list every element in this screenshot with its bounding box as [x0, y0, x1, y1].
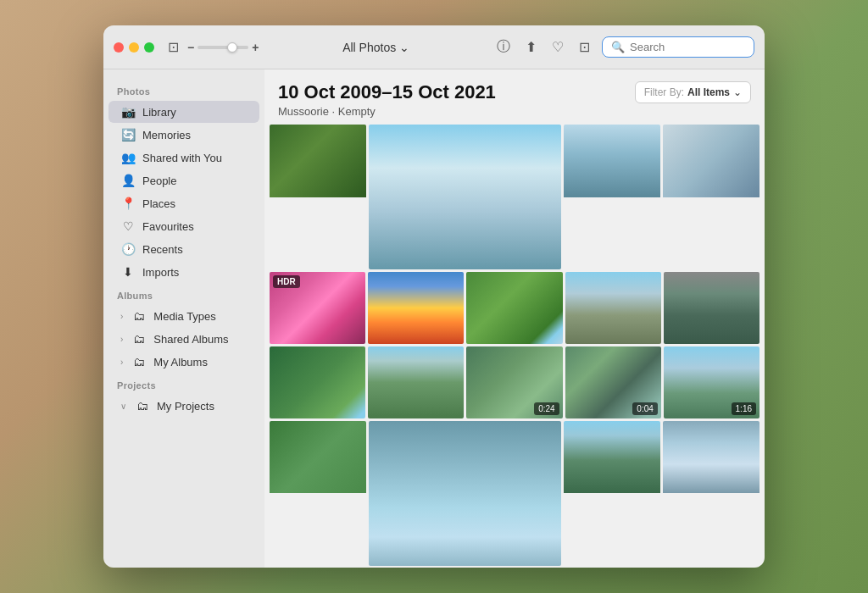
photo-cell-1[interactable]	[270, 125, 366, 269]
people-label: People	[142, 175, 176, 187]
photo-cell-15[interactable]	[270, 421, 366, 566]
search-input[interactable]	[630, 41, 745, 53]
places-label: Places	[142, 197, 175, 210]
share-button[interactable]: ⬆	[522, 36, 540, 58]
traffic-lights	[114, 42, 154, 53]
zoom-control: − +	[187, 41, 259, 54]
photo-main-area: 10 Oct 2009–15 Oct 2021 Mussoorie · Kemp…	[264, 69, 765, 568]
sidebar-section-photos: Photos	[103, 80, 264, 100]
imports-icon: ⬇	[120, 265, 136, 279]
all-photos-dropdown[interactable]: All Photos ⌄	[336, 37, 416, 58]
memories-label: Memories	[142, 129, 191, 141]
expand-arrow-media-types: ›	[120, 312, 123, 321]
sidebar-item-places[interactable]: 📍 Places	[108, 192, 259, 214]
photo-row-3: 0:24 0:04 1:16	[270, 346, 760, 418]
filter-chevron-icon: ⌄	[733, 86, 742, 98]
hdr-badge: HDR	[273, 275, 300, 288]
zoom-slider[interactable]	[198, 46, 248, 49]
main-header: 10 Oct 2009–15 Oct 2021 Mussoorie · Kemp…	[264, 69, 765, 125]
favourites-icon: ♡	[120, 219, 136, 233]
photo-cell-10[interactable]	[270, 346, 365, 418]
sidebar-item-shared-albums[interactable]: › 🗂 Shared Albums	[108, 328, 259, 350]
photo-cell-7[interactable]	[466, 272, 562, 344]
photo-cell-11[interactable]	[368, 346, 464, 418]
video-duration-14: 1:16	[732, 402, 756, 415]
sidebar-item-my-albums[interactable]: › 🗂 My Albums	[108, 351, 259, 373]
favourites-label: Favourites	[142, 220, 194, 233]
sidebar-item-library[interactable]: 📷 Library	[108, 101, 259, 123]
video-duration-13: 0:04	[632, 402, 657, 415]
sidebar-item-favourites[interactable]: ♡ Favourites	[108, 215, 259, 237]
sidebar-item-imports[interactable]: ⬇ Imports	[108, 261, 259, 283]
sidebar-item-shared-with-you[interactable]: 👥 Shared with You	[108, 147, 259, 169]
sidebar-item-memories[interactable]: 🔄 Memories	[108, 124, 259, 146]
info-button[interactable]: ⓘ	[493, 35, 514, 59]
minimize-button[interactable]	[129, 42, 139, 53]
date-range: 10 Oct 2009–15 Oct 2021	[278, 81, 496, 103]
people-icon: 👤	[120, 174, 136, 187]
photo-cell-9[interactable]	[664, 272, 760, 344]
my-albums-label: My Albums	[153, 356, 208, 369]
sidebar-item-recents[interactable]: 🕐 Recents	[108, 238, 259, 260]
search-bar[interactable]: 🔍	[602, 36, 754, 58]
filter-value: All Items	[687, 86, 730, 98]
photo-cell-8[interactable]	[565, 272, 661, 344]
filter-by-label: Filter By:	[644, 86, 684, 98]
sidebar: Photos 📷 Library 🔄 Memories 👥 Shared wit…	[103, 69, 264, 568]
photo-cell-14[interactable]: 1:16	[664, 346, 760, 418]
photo-cell-2[interactable]	[369, 125, 562, 269]
close-button[interactable]	[114, 42, 124, 53]
shared-albums-icon: 🗂	[131, 332, 147, 346]
crop-button[interactable]: ⊡	[576, 36, 593, 58]
zoom-thumb[interactable]	[227, 42, 237, 53]
sidebar-item-media-types[interactable]: › 🗂 Media Types	[108, 305, 259, 327]
video-duration-12: 0:24	[534, 402, 559, 415]
my-albums-icon: 🗂	[131, 355, 147, 369]
photo-cell-17[interactable]	[564, 421, 660, 566]
header-text: 10 Oct 2009–15 Oct 2021 Mussoorie · Kemp…	[278, 81, 496, 118]
search-icon: 🔍	[611, 41, 625, 53]
my-projects-label: My Projects	[157, 400, 214, 413]
photo-cell-4[interactable]	[663, 125, 760, 269]
sidebar-section-albums: Albums	[103, 284, 264, 304]
photo-row-1	[270, 125, 760, 269]
photo-cell-18[interactable]	[663, 421, 760, 566]
recents-icon: 🕐	[120, 242, 136, 256]
filter-button[interactable]: Filter By: All Items ⌄	[635, 81, 751, 103]
photo-cell-6[interactable]	[368, 272, 464, 344]
my-projects-icon: 🗂	[135, 399, 150, 413]
titlebar-left: ⊡ − +	[168, 39, 259, 55]
expand-arrow-shared-albums: ›	[120, 335, 123, 344]
places-icon: 📍	[120, 197, 136, 210]
library-label: Library	[142, 106, 176, 119]
photo-row-2: HDR	[270, 272, 760, 344]
media-types-label: Media Types	[153, 310, 215, 323]
sidebar-item-my-projects[interactable]: ∨ 🗂 My Projects	[108, 395, 259, 417]
shared-albums-label: Shared Albums	[153, 333, 228, 346]
photo-cell-16[interactable]	[369, 421, 562, 566]
media-types-icon: 🗂	[131, 309, 147, 323]
chevron-down-icon: ⌄	[399, 41, 409, 54]
library-icon: 📷	[120, 105, 136, 119]
shared-with-you-label: Shared with You	[142, 152, 222, 164]
photo-cell-5[interactable]: HDR	[270, 272, 365, 344]
photo-cell-12[interactable]: 0:24	[466, 346, 562, 418]
photo-cell-13[interactable]: 0:04	[565, 346, 661, 418]
heart-button[interactable]: ♡	[548, 36, 567, 58]
content-area: Photos 📷 Library 🔄 Memories 👥 Shared wit…	[103, 69, 765, 568]
memories-icon: 🔄	[120, 128, 136, 141]
expand-arrow-my-albums: ›	[120, 357, 123, 367]
maximize-button[interactable]	[144, 42, 154, 53]
recents-label: Recents	[142, 243, 183, 256]
sidebar-item-people[interactable]: 👤 People	[108, 169, 259, 191]
titlebar-center: All Photos ⌄	[265, 37, 487, 58]
zoom-minus-button[interactable]: −	[187, 41, 194, 54]
zoom-plus-button[interactable]: +	[252, 41, 259, 54]
photo-cell-3[interactable]	[564, 125, 660, 269]
photo-row-4	[270, 421, 760, 566]
sidebar-section-projects: Projects	[103, 374, 264, 394]
imports-label: Imports	[142, 266, 179, 279]
location-label: Mussoorie · Kempty	[278, 105, 496, 118]
view-icon[interactable]: ⊡	[168, 39, 179, 55]
expand-arrow-my-projects: ∨	[120, 402, 126, 411]
